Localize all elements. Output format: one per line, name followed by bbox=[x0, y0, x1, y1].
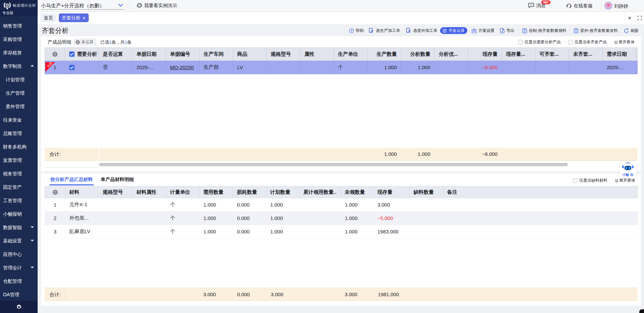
svg-text:?: ? bbox=[351, 29, 353, 32]
